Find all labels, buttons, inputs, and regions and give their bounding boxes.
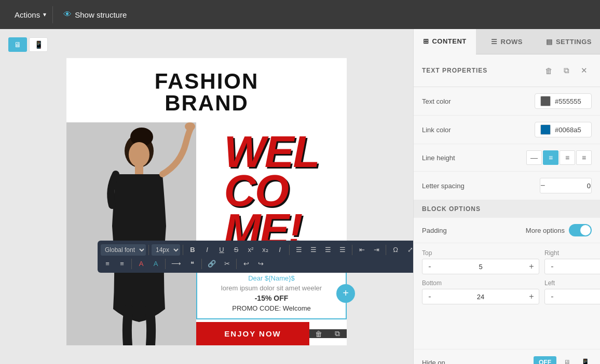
separator bbox=[165, 259, 166, 269]
text-editor-toolbar: Global font 14px B I U S x² x₂ I bbox=[98, 241, 413, 273]
copy-button[interactable]: ⧉ bbox=[558, 63, 574, 78]
redo-button[interactable]: ↪ bbox=[254, 258, 267, 270]
line-height-small-button[interactable]: — bbox=[526, 150, 542, 165]
promo-text: PROMO CODE: Welcome bbox=[206, 304, 337, 312]
enjoy-now-button[interactable]: ENJOY NOW bbox=[196, 322, 309, 345]
delete-button[interactable]: 🗑 bbox=[541, 63, 556, 78]
text-color-label: Text color bbox=[422, 97, 535, 105]
indent-increase-button[interactable]: ⇥ bbox=[370, 244, 383, 256]
rows-icon: ☰ bbox=[491, 38, 498, 46]
right-padding-field: Right - + bbox=[544, 249, 600, 274]
indent-decrease-button[interactable]: ⇤ bbox=[355, 244, 369, 256]
underline-button[interactable]: U bbox=[215, 244, 228, 256]
eye-icon: 👁 bbox=[63, 10, 72, 19]
line-height-xlarge-button[interactable]: ≡ bbox=[576, 150, 592, 165]
tab-settings[interactable]: ▤ SETTINGS bbox=[538, 29, 600, 54]
bold-button[interactable]: B bbox=[186, 244, 199, 256]
blockquote-button[interactable]: ❝ bbox=[185, 258, 199, 270]
bottom-value[interactable] bbox=[437, 293, 524, 301]
insert-link-button[interactable]: 🔗 bbox=[204, 258, 219, 270]
topbar: Actions ▾ 👁 Show structure bbox=[0, 0, 600, 29]
undo-button[interactable]: ↩ bbox=[239, 258, 253, 270]
left-input: - + bbox=[544, 289, 600, 304]
brand-header: FASHION BRAND bbox=[66, 58, 347, 122]
close-button[interactable]: ✕ bbox=[576, 63, 592, 78]
text-color-swatch[interactable]: #555555 bbox=[535, 93, 592, 109]
top-value[interactable] bbox=[437, 263, 524, 271]
link-color-swatch[interactable]: #0068a5 bbox=[535, 122, 592, 137]
italic2-button[interactable]: I bbox=[273, 244, 287, 256]
padding-toggle[interactable] bbox=[569, 224, 592, 236]
letter-spacing-decrease-button[interactable]: − bbox=[540, 178, 545, 193]
separator bbox=[352, 245, 352, 255]
tab-content[interactable]: ⊞ CONTENT bbox=[414, 29, 476, 54]
ordered-list-button[interactable]: ≡ bbox=[101, 258, 114, 270]
right-value[interactable] bbox=[560, 263, 600, 271]
hide-off-button[interactable]: OFF bbox=[534, 356, 556, 364]
right-input: - + bbox=[544, 259, 600, 274]
letter-spacing-row: Letter spacing − + bbox=[414, 172, 600, 200]
copy-block-button[interactable]: ⧉ bbox=[328, 329, 347, 338]
top-padding-field: Top - + bbox=[422, 249, 539, 274]
line-height-label: Line height bbox=[422, 154, 526, 162]
top-decrease-button[interactable]: - bbox=[422, 259, 437, 274]
discount-text: -15% OFF bbox=[206, 294, 337, 302]
subscript-button[interactable]: x₂ bbox=[258, 244, 272, 256]
highlight-color-button[interactable]: A bbox=[149, 258, 162, 270]
left-label: Left bbox=[544, 279, 600, 287]
align-right-button[interactable]: ☰ bbox=[321, 244, 335, 256]
strikethrough-button[interactable]: S bbox=[229, 244, 243, 256]
bottom-decrease-button[interactable]: - bbox=[422, 289, 437, 304]
left-value[interactable] bbox=[560, 293, 600, 301]
font-family-select[interactable]: Global font bbox=[101, 244, 146, 256]
padding-row: Padding More options bbox=[414, 218, 600, 243]
actions-menu[interactable]: Actions ▾ bbox=[8, 6, 53, 23]
bottom-input: - + bbox=[422, 289, 539, 304]
letter-spacing-value[interactable] bbox=[545, 182, 600, 190]
line-height-large-button[interactable]: ≡ bbox=[560, 150, 575, 165]
hide-mobile-icon[interactable]: 📱 bbox=[578, 356, 592, 364]
line-height-medium-button[interactable]: ≡ bbox=[543, 150, 558, 165]
show-structure-button[interactable]: 👁 Show structure bbox=[57, 6, 133, 23]
show-structure-label: Show structure bbox=[75, 10, 127, 19]
delete-block-button[interactable]: 🗑 bbox=[309, 329, 328, 338]
top-label: Top bbox=[422, 249, 539, 257]
text-color-button[interactable]: A bbox=[134, 258, 148, 270]
fullscreen-button[interactable]: ⤢ bbox=[403, 244, 413, 256]
tab-rows[interactable]: ☰ ROWS bbox=[476, 29, 538, 54]
left-decrease-button[interactable]: - bbox=[545, 289, 560, 304]
device-bar: 🖥 📱 bbox=[8, 37, 405, 52]
top-input: - + bbox=[422, 259, 539, 274]
svg-point-5 bbox=[185, 122, 195, 131]
add-content-button[interactable]: + bbox=[336, 284, 355, 303]
desktop-view-button[interactable]: 🖥 bbox=[8, 37, 27, 52]
text-properties-header: TEXT PROPERTIES 🗑 ⧉ ✕ bbox=[414, 54, 600, 87]
model-svg bbox=[66, 122, 196, 345]
grid-icon: ⊞ bbox=[423, 37, 429, 45]
model-image bbox=[66, 122, 196, 345]
superscript-button[interactable]: x² bbox=[244, 244, 257, 256]
unordered-list-button[interactable]: ≡ bbox=[115, 258, 129, 270]
letter-spacing-input: − + bbox=[540, 178, 592, 193]
hide-desktop-icon[interactable]: 🖥 bbox=[561, 356, 574, 364]
right-decrease-button[interactable]: - bbox=[545, 259, 560, 274]
separator bbox=[183, 245, 183, 255]
font-size-select[interactable]: 14px bbox=[152, 244, 180, 256]
separator bbox=[131, 259, 132, 269]
line-height-group: — ≡ ≡ ≡ bbox=[526, 150, 592, 165]
mobile-view-button[interactable]: 📱 bbox=[29, 37, 48, 52]
remove-link-button[interactable]: ✂ bbox=[220, 258, 234, 270]
align-left-button[interactable]: ☰ bbox=[292, 244, 306, 256]
italic-button[interactable]: I bbox=[200, 244, 214, 256]
bottom-increase-button[interactable]: + bbox=[524, 289, 539, 304]
separator bbox=[386, 245, 386, 255]
chevron-down-icon: ▾ bbox=[43, 11, 46, 18]
special-chars-button[interactable]: Ω bbox=[389, 244, 402, 256]
bottom-label: Bottom bbox=[422, 279, 539, 287]
settings-tab-label: SETTINGS bbox=[556, 38, 592, 46]
align-center-button[interactable]: ☰ bbox=[307, 244, 320, 256]
top-increase-button[interactable]: + bbox=[524, 259, 539, 274]
align-justify-button[interactable]: ☰ bbox=[336, 244, 349, 256]
block-indent-button[interactable]: ⟶ bbox=[168, 258, 184, 270]
padding-inputs: Top - + Right - + Bottom bbox=[414, 243, 600, 349]
